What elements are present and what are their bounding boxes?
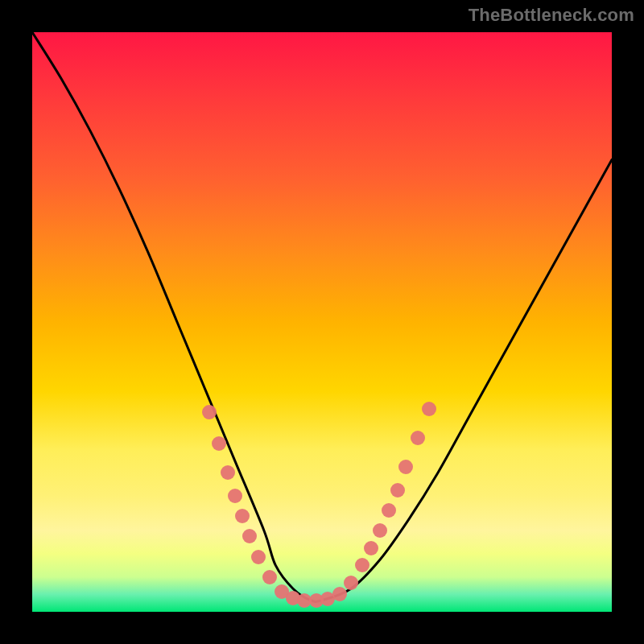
data-point — [382, 503, 396, 518]
watermark-text: TheBottleneck.com — [469, 5, 634, 26]
data-point — [262, 570, 277, 584]
data-point — [390, 483, 405, 497]
data-point — [332, 587, 347, 601]
plot-area — [32, 32, 612, 612]
data-point — [411, 431, 425, 445]
data-point — [364, 541, 378, 555]
data-point — [228, 489, 242, 503]
curve-svg — [32, 32, 612, 612]
chart-frame: TheBottleneck.com — [0, 0, 644, 644]
data-point — [251, 550, 266, 564]
data-point — [344, 576, 358, 590]
data-point — [202, 405, 217, 419]
data-point — [235, 509, 250, 523]
data-point — [212, 436, 226, 451]
bottleneck-curve — [32, 32, 612, 601]
